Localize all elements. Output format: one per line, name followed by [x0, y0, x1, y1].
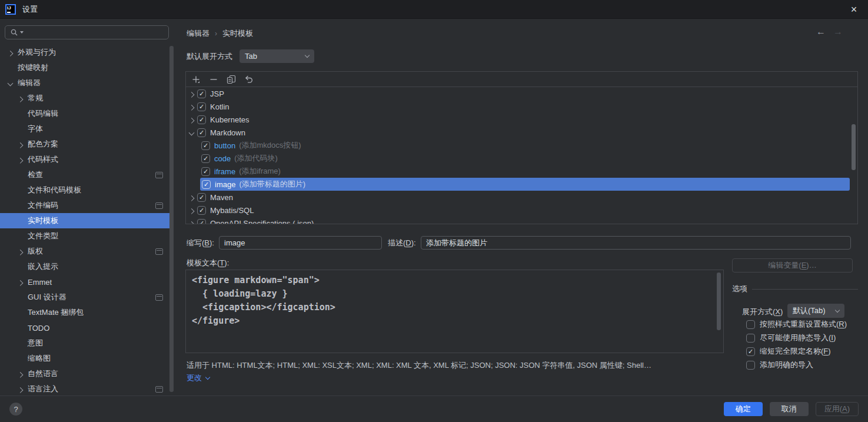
chevron-icon[interactable]	[189, 221, 195, 224]
description-input[interactable]	[421, 236, 851, 250]
sidebar-scrollbar[interactable]	[169, 46, 174, 392]
template-tree-row[interactable]: button (添加mkdocs按钮)	[186, 139, 857, 152]
sidebar-item[interactable]: 文件类型	[0, 228, 174, 244]
breadcrumb-editor[interactable]: 编辑器	[187, 28, 209, 39]
breadcrumb-live-templates: 实时模板	[222, 28, 253, 39]
sidebar-item-label: TextMate 捆绑包	[28, 307, 84, 318]
sidebar-item[interactable]: 意图	[0, 335, 174, 351]
expand-with-select[interactable]: 默认(Tab)	[787, 304, 844, 318]
template-code[interactable]: <figure markdown="span"> { loading=lazy …	[186, 270, 723, 331]
option-checkbox[interactable]	[746, 334, 755, 343]
scheme-indicator-icon	[155, 386, 163, 393]
sidebar-item-label: 缩略图	[28, 353, 51, 364]
sidebar-item[interactable]: 自然语言	[0, 366, 174, 381]
chevron-icon	[18, 387, 24, 393]
option-checkbox[interactable]	[746, 347, 755, 356]
template-checkbox[interactable]	[197, 89, 206, 98]
applicable-contexts-text: 适用于 HTML: HTML文本; HTML; XML: XSL文本; XML;…	[187, 360, 857, 371]
template-tree-row[interactable]: Markdown	[186, 126, 857, 139]
remove-icon[interactable]	[209, 75, 218, 84]
sidebar-item-label: 嵌入提示	[28, 261, 58, 272]
template-tree-row[interactable]: OpenAPI Specifications (.json)	[186, 217, 857, 224]
chevron-icon[interactable]	[189, 129, 195, 135]
sidebar-item-label: 外观与行为	[18, 47, 56, 58]
template-tree-row[interactable]: Kotlin	[186, 100, 857, 113]
sidebar-item[interactable]: 文件编码	[0, 198, 174, 213]
sidebar-item-label: 代码样式	[28, 154, 58, 165]
sidebar-item[interactable]: 常规	[0, 91, 174, 106]
sidebar-item[interactable]: Emmet	[0, 274, 174, 290]
template-checkbox[interactable]	[197, 219, 206, 225]
sidebar-item[interactable]: 按键映射	[0, 60, 174, 75]
template-text-editor[interactable]: <figure markdown="span"> { loading=lazy …	[185, 270, 724, 353]
sidebar-item[interactable]: 代码样式	[0, 152, 174, 167]
duplicate-icon[interactable]	[227, 75, 236, 84]
default-expand-select[interactable]: Tab	[240, 49, 314, 63]
template-tree-row[interactable]: Mybatis/SQL	[186, 204, 857, 217]
template-tree-row[interactable]: code (添加代码块)	[186, 152, 857, 165]
chevron-icon	[8, 50, 14, 56]
template-checkbox[interactable]	[201, 167, 210, 176]
sidebar-item[interactable]: TextMate 捆绑包	[0, 305, 174, 320]
ok-button[interactable]: 确定	[724, 402, 763, 416]
help-button[interactable]: ?	[9, 403, 22, 416]
template-description: (添加带标题的图片)	[239, 179, 305, 190]
template-name: image	[215, 180, 235, 189]
chevron-down-icon	[835, 307, 840, 312]
template-tree-row[interactable]: Kubernetes	[186, 113, 857, 126]
sidebar-item[interactable]: 编辑器	[0, 75, 174, 91]
change-contexts-link[interactable]: 更改	[187, 373, 209, 383]
template-name: Markdown	[210, 128, 245, 137]
cancel-button[interactable]: 取消	[770, 402, 809, 416]
sidebar-item[interactable]: 缩略图	[0, 351, 174, 366]
template-checkbox[interactable]	[201, 141, 210, 150]
sidebar-item[interactable]: 配色方案	[0, 137, 174, 152]
add-icon[interactable]	[191, 75, 201, 84]
template-checkbox[interactable]	[197, 102, 206, 111]
revert-icon[interactable]	[244, 75, 254, 84]
sidebar-item[interactable]: 语言注入	[0, 381, 174, 396]
sidebar-item[interactable]: GUI 设计器	[0, 290, 174, 305]
option-label: 尽可能使用静态导入(I)	[760, 333, 836, 343]
search-history-caret-icon[interactable]	[20, 31, 24, 34]
chevron-icon[interactable]	[189, 104, 195, 110]
abbreviation-input[interactable]	[219, 236, 382, 250]
sidebar-item[interactable]: 外观与行为	[0, 45, 174, 60]
sidebar-item[interactable]: 代码编辑	[0, 106, 174, 121]
editor-scrollbar[interactable]	[717, 273, 721, 330]
sidebar-item[interactable]: 版权	[0, 244, 174, 259]
option-checkbox-row[interactable]: 缩短完全限定名称(F)	[746, 346, 831, 357]
sidebar-item[interactable]: 嵌入提示	[0, 259, 174, 274]
option-checkbox-row[interactable]: 按照样式重新设置格式(R)	[746, 319, 847, 330]
sidebar-item[interactable]: 字体	[0, 121, 174, 137]
template-tree-row[interactable]: image (添加带标题的图片)	[200, 178, 850, 191]
sidebar-item[interactable]: 检查	[0, 167, 174, 182]
template-tree-row[interactable]: Maven	[186, 191, 857, 204]
chevron-icon[interactable]	[189, 195, 195, 201]
option-label: 按照样式重新设置格式(R)	[760, 319, 847, 330]
sidebar-item-label: 按键映射	[18, 62, 48, 73]
template-checkbox[interactable]	[197, 128, 206, 137]
template-checkbox[interactable]	[197, 206, 206, 215]
chevron-icon[interactable]	[189, 91, 195, 97]
sidebar-item[interactable]: 实时模板	[0, 213, 174, 228]
option-checkbox-row[interactable]: 尽可能使用静态导入(I)	[746, 333, 836, 343]
template-tree-row[interactable]: JSP	[186, 87, 857, 100]
template-checkbox[interactable]	[197, 115, 206, 124]
template-name: OpenAPI Specifications (.json)	[210, 219, 314, 225]
template-tree-row[interactable]: iframe (添加iframe)	[186, 165, 857, 178]
chevron-icon[interactable]	[189, 117, 195, 123]
chevron-icon[interactable]	[189, 208, 195, 214]
template-checkbox[interactable]	[202, 180, 211, 189]
back-icon[interactable]: ←	[816, 26, 826, 37]
edit-variables-button[interactable]: 编辑变量(E)…	[732, 258, 853, 273]
sidebar-item[interactable]: 文件和代码模板	[0, 182, 174, 198]
sidebar-item[interactable]: TODO	[0, 320, 174, 335]
template-checkbox[interactable]	[197, 193, 206, 202]
close-icon[interactable]: ×	[846, 1, 862, 18]
option-checkbox[interactable]	[746, 320, 755, 329]
search-input[interactable]	[5, 25, 169, 39]
template-checkbox[interactable]	[201, 154, 210, 163]
tree-scrollbar[interactable]	[852, 124, 856, 170]
footer-bar: ? 确定 取消 应用(A)	[0, 396, 868, 422]
